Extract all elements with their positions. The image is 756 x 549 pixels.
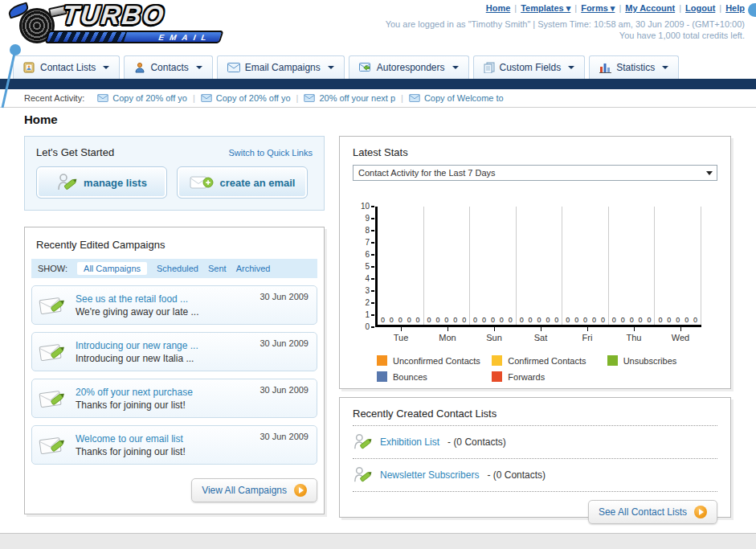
data-value-labels: 00000: [610, 316, 654, 324]
nav-home-link[interactable]: Home: [486, 3, 511, 13]
tab-email-campaigns[interactable]: Email Campaigns: [217, 55, 345, 79]
data-value-labels: 00000: [563, 316, 607, 324]
data-value-label: 0: [667, 316, 671, 324]
manage-lists-button[interactable]: manage lists: [36, 166, 167, 199]
nav-my-account-link[interactable]: My Account: [625, 3, 675, 13]
data-value-label: 0: [482, 316, 486, 324]
chevron-down-icon: [103, 66, 109, 69]
data-value-label: 0: [583, 316, 587, 324]
campaign-title-link[interactable]: 20% off your next purchase: [76, 386, 193, 399]
create-email-button[interactable]: create an email: [177, 166, 308, 199]
campaigns-panel-title: Recently Edited Campaigns: [25, 236, 324, 259]
nav-help-link[interactable]: Help: [725, 3, 745, 13]
x-tick-label: Mon: [424, 327, 471, 342]
x-tick-label: Wed: [657, 327, 704, 342]
tab-statistics[interactable]: Statistics: [589, 55, 679, 79]
nav-forms-link[interactable]: Forms ▾: [581, 3, 615, 13]
right-column: Latest Stats Contact Activity for the La…: [339, 136, 731, 518]
data-value-label: 0: [592, 316, 596, 324]
nav-templates-link[interactable]: Templates ▾: [521, 3, 570, 13]
filter-archived[interactable]: Archived: [236, 264, 271, 273]
nav-logout-link[interactable]: Logout: [685, 3, 715, 13]
show-label: SHOW:: [38, 264, 67, 273]
chart-group: 00000: [470, 207, 517, 325]
envelope-icon: [201, 94, 212, 102]
data-value-label: 0: [684, 316, 689, 324]
data-value-label: 0: [658, 316, 662, 324]
campaign-date: 30 Jun 2009: [259, 432, 309, 441]
data-value-labels: 00000: [471, 316, 515, 324]
legend-label: Unsubscribes: [623, 356, 677, 366]
recently-created-contact-lists-panel: Recently Created Contact Lists Exhibitio…: [339, 397, 731, 518]
stats-dropdown[interactable]: Contact Activity for the Last 7 Days: [353, 165, 717, 181]
campaign-row[interactable]: Introducing our new range ... Introducin…: [31, 332, 317, 371]
recent-activity-item[interactable]: Copy of 20% off yo: [201, 93, 291, 103]
page-title: Home: [24, 113, 756, 126]
create-email-label: create an email: [220, 177, 296, 189]
dotted-divider: [353, 491, 717, 492]
chevron-down-icon: [662, 66, 668, 69]
data-value-label: 0: [407, 316, 411, 324]
data-value-label: 0: [491, 316, 495, 324]
view-all-campaigns-button[interactable]: View All Campaigns: [191, 478, 317, 502]
tab-contact-lists[interactable]: Contact Lists: [13, 55, 120, 79]
legend-label: Confirmed Contacts: [508, 356, 586, 366]
activity-item-label: Copy of 20% off yo: [112, 93, 187, 103]
envelope-pencil-icon: [39, 293, 69, 318]
y-tick-label: 0: [365, 323, 370, 331]
tab-contacts[interactable]: Contacts: [124, 55, 212, 79]
page-bottom-strip: [0, 533, 756, 549]
y-tick-label: 10: [361, 203, 370, 211]
data-value-label: 0: [444, 316, 448, 324]
campaign-row[interactable]: Welcome to our email list Thanks for joi…: [31, 425, 317, 465]
turbo-email-logo: TURBO EMAIL: [5, 2, 226, 45]
campaign-title-link[interactable]: Introducing our new range ...: [76, 339, 198, 352]
legend-item: Unsubscribes: [607, 355, 722, 366]
contact-list-link[interactable]: Exhibition List: [380, 436, 439, 448]
logo-title: TURBO: [61, 0, 166, 31]
see-all-contact-lists-label: See All Contact Lists: [599, 506, 687, 518]
tab-autoresponders[interactable]: Autoresponders: [349, 55, 469, 79]
x-tick-label: Fri: [564, 327, 611, 342]
switch-quick-links[interactable]: Switch to Quick Links: [228, 148, 313, 158]
header-nav: Home|Templates ▾|Forms ▾|My Account|Logo…: [386, 3, 745, 14]
campaign-title-link[interactable]: See us at the retail food ...: [76, 293, 198, 305]
contact-list-item[interactable]: Newsletter Subscribers - (0 Contacts): [353, 465, 717, 485]
x-tick-label: Thu: [611, 327, 657, 342]
filter-scheduled[interactable]: Scheduled: [157, 264, 198, 273]
campaign-title-link[interactable]: Welcome to our email list: [76, 432, 186, 445]
y-tick-label: 7: [365, 239, 370, 247]
see-all-contact-lists-button[interactable]: See All Contact Lists: [588, 500, 717, 524]
campaign-date: 30 Jun 2009: [259, 292, 309, 301]
data-value-label: 0: [554, 316, 558, 324]
logo-dashes: [47, 32, 127, 42]
campaign-date: 30 Jun 2009: [259, 338, 309, 348]
campaign-subtitle: Thanks for joining our list!: [76, 445, 186, 458]
get-started-title: Let's Get Started: [36, 146, 114, 158]
main-nav-tabs: Contact Lists Contacts Email Campaigns A…: [0, 47, 756, 79]
campaign-row[interactable]: See us at the retail food ... We're givi…: [31, 285, 317, 325]
tab-custom-fields[interactable]: Custom Fields: [473, 55, 586, 79]
data-value-label: 0: [427, 316, 431, 324]
arrow-circle-icon: [294, 484, 307, 497]
filter-all-campaigns[interactable]: All Campaigns: [77, 262, 147, 275]
campaign-row[interactable]: 20% off your next purchase Thanks for jo…: [31, 379, 317, 418]
annotation-pin: [0, 42, 22, 111]
recent-activity-item[interactable]: Copy of 20% off yo: [97, 93, 187, 103]
data-value-label: 0: [416, 316, 420, 324]
data-value-label: 0: [381, 316, 385, 324]
envelope-icon: [304, 94, 315, 102]
activity-item-label: Copy of 20% off yo: [216, 93, 291, 103]
legend-swatch: [377, 355, 387, 366]
y-tick-label: 1: [365, 311, 370, 319]
campaign-subtitle: We're giving away our late ...: [76, 305, 198, 318]
recent-activity-item[interactable]: 20% off your next p: [304, 93, 395, 103]
contact-list-link[interactable]: Newsletter Subscribers: [380, 469, 479, 481]
data-value-label: 0: [435, 316, 439, 324]
campaigns-filter-bar: SHOW: All Campaigns Scheduled Sent Archi…: [31, 259, 317, 278]
filter-sent[interactable]: Sent: [208, 264, 227, 273]
recent-activity-item[interactable]: Copy of Welcome to: [409, 93, 504, 103]
contact-list-item[interactable]: Exhibition List - (0 Contacts): [353, 432, 717, 453]
tab-label: Statistics: [616, 62, 655, 73]
legend-item: Unconfirmed Contacts: [377, 355, 492, 366]
